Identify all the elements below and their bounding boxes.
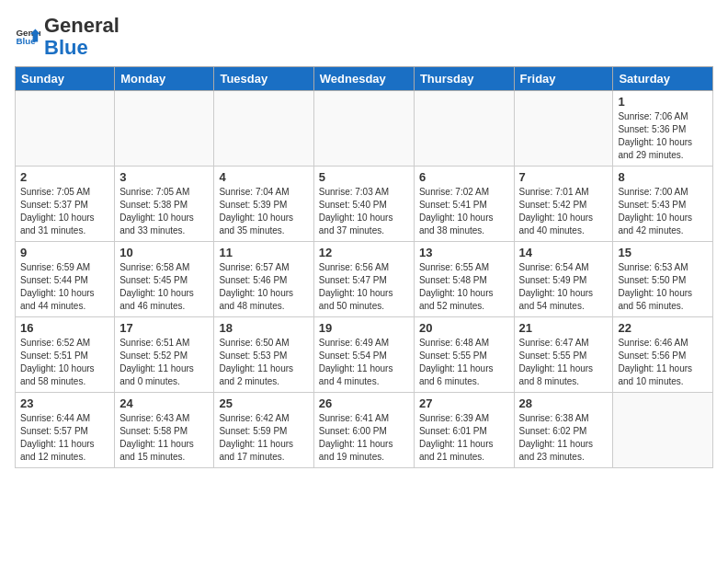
calendar-cell: 11Sunrise: 6:57 AMSunset: 5:46 PMDayligh…: [214, 242, 313, 317]
calendar-cell: 15Sunrise: 6:53 AMSunset: 5:50 PMDayligh…: [613, 242, 713, 317]
day-number: 16: [20, 321, 109, 335]
calendar-cell: 1Sunrise: 7:06 AMSunset: 5:36 PMDaylight…: [613, 91, 713, 167]
day-number: 1: [618, 95, 708, 109]
day-number: 12: [319, 246, 409, 259]
day-info: Sunrise: 6:39 AMSunset: 6:01 PMDaylight:…: [419, 412, 509, 464]
weekday-header-row: SundayMondayTuesdayWednesdayThursdayFrid…: [16, 67, 713, 91]
logo-text: General Blue: [44, 15, 119, 59]
day-info: Sunrise: 7:01 AMSunset: 5:42 PMDaylight:…: [519, 186, 609, 237]
day-info: Sunrise: 6:46 AMSunset: 5:56 PMDaylight:…: [618, 337, 708, 388]
calendar-cell: 27Sunrise: 6:39 AMSunset: 6:01 PMDayligh…: [414, 393, 514, 468]
day-info: Sunrise: 6:53 AMSunset: 5:50 PMDaylight:…: [618, 261, 708, 313]
calendar-cell: [313, 91, 414, 167]
calendar-table: SundayMondayTuesdayWednesdayThursdayFrid…: [15, 66, 713, 468]
day-info: Sunrise: 6:47 AMSunset: 5:55 PMDaylight:…: [519, 337, 609, 388]
calendar-cell: [613, 393, 713, 468]
calendar-cell: 25Sunrise: 6:42 AMSunset: 5:59 PMDayligh…: [214, 393, 313, 468]
calendar-cell: 13Sunrise: 6:55 AMSunset: 5:48 PMDayligh…: [414, 242, 514, 317]
calendar-cell: 6Sunrise: 7:02 AMSunset: 5:41 PMDaylight…: [414, 167, 514, 242]
day-number: 20: [419, 321, 509, 335]
calendar-cell: 9Sunrise: 6:59 AMSunset: 5:44 PMDaylight…: [16, 242, 115, 317]
day-number: 5: [319, 170, 409, 184]
calendar-cell: 22Sunrise: 6:46 AMSunset: 5:56 PMDayligh…: [613, 317, 713, 393]
calendar-cell: 19Sunrise: 6:49 AMSunset: 5:54 PMDayligh…: [313, 317, 414, 393]
calendar-week-5: 23Sunrise: 6:44 AMSunset: 5:57 PMDayligh…: [16, 393, 713, 468]
day-info: Sunrise: 6:38 AMSunset: 6:02 PMDaylight:…: [519, 412, 609, 464]
day-info: Sunrise: 6:55 AMSunset: 5:48 PMDaylight:…: [419, 261, 509, 313]
day-info: Sunrise: 6:42 AMSunset: 5:59 PMDaylight:…: [219, 412, 308, 464]
day-number: 22: [618, 321, 708, 335]
day-number: 28: [519, 396, 609, 410]
calendar-cell: 12Sunrise: 6:56 AMSunset: 5:47 PMDayligh…: [313, 242, 414, 317]
calendar-cell: 2Sunrise: 7:05 AMSunset: 5:37 PMDaylight…: [16, 167, 115, 242]
day-number: 8: [618, 170, 708, 184]
day-number: 7: [519, 170, 609, 184]
calendar-cell: [514, 91, 613, 167]
calendar-cell: [16, 91, 115, 167]
day-info: Sunrise: 6:44 AMSunset: 5:57 PMDaylight:…: [20, 412, 109, 464]
day-number: 6: [419, 170, 509, 184]
calendar-cell: [115, 91, 214, 167]
day-info: Sunrise: 6:52 AMSunset: 5:51 PMDaylight:…: [20, 337, 109, 388]
calendar-week-2: 2Sunrise: 7:05 AMSunset: 5:37 PMDaylight…: [16, 167, 713, 242]
day-info: Sunrise: 6:51 AMSunset: 5:52 PMDaylight:…: [119, 337, 209, 388]
calendar-week-4: 16Sunrise: 6:52 AMSunset: 5:51 PMDayligh…: [16, 317, 713, 393]
calendar-cell: 23Sunrise: 6:44 AMSunset: 5:57 PMDayligh…: [16, 393, 115, 468]
calendar-cell: 28Sunrise: 6:38 AMSunset: 6:02 PMDayligh…: [514, 393, 613, 468]
logo: General Blue General Blue: [15, 15, 119, 59]
weekday-header-thursday: Thursday: [414, 67, 514, 91]
day-info: Sunrise: 6:58 AMSunset: 5:45 PMDaylight:…: [119, 261, 209, 313]
weekday-header-wednesday: Wednesday: [313, 67, 414, 91]
day-info: Sunrise: 7:00 AMSunset: 5:43 PMDaylight:…: [618, 186, 708, 237]
calendar-cell: 4Sunrise: 7:04 AMSunset: 5:39 PMDaylight…: [214, 167, 313, 242]
day-info: Sunrise: 6:48 AMSunset: 5:55 PMDaylight:…: [419, 337, 509, 388]
day-info: Sunrise: 6:54 AMSunset: 5:49 PMDaylight:…: [519, 261, 609, 313]
day-number: 27: [419, 396, 509, 410]
day-info: Sunrise: 7:03 AMSunset: 5:40 PMDaylight:…: [319, 186, 409, 237]
calendar-cell: 10Sunrise: 6:58 AMSunset: 5:45 PMDayligh…: [115, 242, 214, 317]
calendar-cell: 8Sunrise: 7:00 AMSunset: 5:43 PMDaylight…: [613, 167, 713, 242]
weekday-header-friday: Friday: [514, 67, 613, 91]
calendar-cell: 7Sunrise: 7:01 AMSunset: 5:42 PMDaylight…: [514, 167, 613, 242]
calendar-cell: [214, 91, 313, 167]
day-number: 14: [519, 246, 609, 259]
calendar-cell: 18Sunrise: 6:50 AMSunset: 5:53 PMDayligh…: [214, 317, 313, 393]
day-number: 10: [119, 246, 209, 259]
calendar-cell: 3Sunrise: 7:05 AMSunset: 5:38 PMDaylight…: [115, 167, 214, 242]
day-info: Sunrise: 7:04 AMSunset: 5:39 PMDaylight:…: [219, 186, 308, 237]
day-number: 24: [119, 396, 209, 410]
day-number: 23: [20, 396, 109, 410]
day-number: 9: [20, 246, 109, 259]
day-info: Sunrise: 6:59 AMSunset: 5:44 PMDaylight:…: [20, 261, 109, 313]
day-info: Sunrise: 6:49 AMSunset: 5:54 PMDaylight:…: [319, 337, 409, 388]
day-number: 19: [319, 321, 409, 335]
day-number: 4: [219, 170, 308, 184]
calendar-cell: 26Sunrise: 6:41 AMSunset: 6:00 PMDayligh…: [313, 393, 414, 468]
day-info: Sunrise: 6:56 AMSunset: 5:47 PMDaylight:…: [319, 261, 409, 313]
day-number: 18: [219, 321, 308, 335]
weekday-header-saturday: Saturday: [613, 67, 713, 91]
calendar-cell: 16Sunrise: 6:52 AMSunset: 5:51 PMDayligh…: [16, 317, 115, 393]
day-info: Sunrise: 6:41 AMSunset: 6:00 PMDaylight:…: [319, 412, 409, 464]
day-number: 15: [618, 246, 708, 259]
calendar-cell: 17Sunrise: 6:51 AMSunset: 5:52 PMDayligh…: [115, 317, 214, 393]
day-number: 17: [119, 321, 209, 335]
day-number: 25: [219, 396, 308, 410]
logo-icon: General Blue: [15, 24, 40, 50]
calendar-cell: 14Sunrise: 6:54 AMSunset: 5:49 PMDayligh…: [514, 242, 613, 317]
day-info: Sunrise: 6:43 AMSunset: 5:58 PMDaylight:…: [119, 412, 209, 464]
day-info: Sunrise: 7:05 AMSunset: 5:38 PMDaylight:…: [119, 186, 209, 237]
calendar-cell: [414, 91, 514, 167]
day-info: Sunrise: 7:06 AMSunset: 5:36 PMDaylight:…: [618, 110, 708, 162]
weekday-header-tuesday: Tuesday: [214, 67, 313, 91]
calendar-week-1: 1Sunrise: 7:06 AMSunset: 5:36 PMDaylight…: [16, 91, 713, 167]
calendar-cell: 21Sunrise: 6:47 AMSunset: 5:55 PMDayligh…: [514, 317, 613, 393]
day-info: Sunrise: 7:05 AMSunset: 5:37 PMDaylight:…: [20, 186, 109, 237]
calendar-cell: 20Sunrise: 6:48 AMSunset: 5:55 PMDayligh…: [414, 317, 514, 393]
day-number: 3: [119, 170, 209, 184]
calendar-cell: 24Sunrise: 6:43 AMSunset: 5:58 PMDayligh…: [115, 393, 214, 468]
calendar-week-3: 9Sunrise: 6:59 AMSunset: 5:44 PMDaylight…: [16, 242, 713, 317]
page-header: General Blue General Blue: [15, 15, 713, 59]
day-info: Sunrise: 7:02 AMSunset: 5:41 PMDaylight:…: [419, 186, 509, 237]
day-info: Sunrise: 6:50 AMSunset: 5:53 PMDaylight:…: [219, 337, 308, 388]
